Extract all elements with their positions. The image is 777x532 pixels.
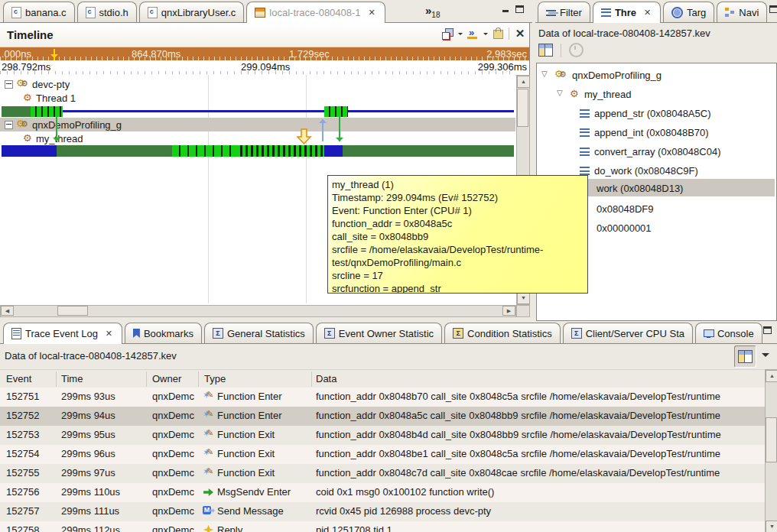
table-row-selected[interactable]: 152752 299ms 94us qnxDemc Function Enter…: [0, 407, 765, 426]
scroll-up-icon[interactable]: [766, 370, 777, 382]
ruler-tick-label: 864.870ms: [132, 48, 180, 60]
function-icon: [580, 148, 590, 156]
tree-item-function[interactable]: append_str (0x08048A5C): [580, 106, 711, 120]
tree-item-function[interactable]: append_int (0x08048B70): [580, 125, 709, 139]
timeline-row-thread-1[interactable]: Thread 1: [23, 92, 76, 104]
scroll-right-icon[interactable]: [502, 306, 515, 316]
scrollbar-thumb[interactable]: [517, 89, 528, 127]
tab-navigator[interactable]: Navi: [717, 2, 767, 22]
console-icon: [704, 329, 714, 338]
minimize-icon[interactable]: [502, 5, 510, 13]
tree-item-label: append_str (0x08048A5C): [594, 108, 711, 119]
maximize-icon[interactable]: [763, 326, 772, 334]
close-tab-icon[interactable]: [104, 329, 114, 339]
scroll-down-icon[interactable]: [766, 521, 777, 532]
find-events-icon[interactable]: [467, 28, 479, 39]
maximize-icon[interactable]: [769, 5, 777, 13]
bar-segment-events: [324, 106, 348, 117]
tab-target[interactable]: Targ: [663, 2, 714, 22]
tab-event-owner-statistic[interactable]: Event Owner Statistic: [316, 323, 442, 343]
scrollbar-thumb[interactable]: [766, 417, 777, 462]
maximize-icon[interactable]: [515, 5, 524, 13]
tab-thread[interactable]: Thre: [593, 2, 661, 23]
hidden-tabs-chevron[interactable]: 18: [425, 4, 440, 19]
data-source-label: Data of local-trace-080408-142857.kev: [5, 350, 177, 362]
trace-bar-my-thread[interactable]: [0, 145, 515, 157]
tree-item-label: 0x00000001: [597, 222, 652, 234]
cell-type: Function Exit: [217, 467, 275, 478]
tab-condition-statistics[interactable]: Condition Statistics: [444, 323, 561, 343]
tab-stdio-h[interactable]: stdio.h: [77, 2, 137, 22]
tab-label: qnxLibraryUser.c: [161, 7, 236, 18]
column-resizer[interactable]: [311, 371, 312, 387]
column-header[interactable]: Event: [6, 373, 31, 384]
dropdown-arrow-icon[interactable]: [483, 33, 488, 37]
tree-item-address[interactable]: 0x08048DF9: [597, 202, 653, 216]
table-row[interactable]: 152756 299ms 110us qnxDemc MsgSendv Ente…: [0, 483, 765, 502]
tab-label: local-trace-080408-1: [269, 7, 360, 18]
scroll-down-icon[interactable]: [517, 292, 530, 304]
bar-segment-running: [57, 145, 172, 157]
cell-time: 299ms 96us: [61, 448, 144, 459]
trace-bar-thread-1[interactable]: [0, 106, 515, 117]
column-header[interactable]: Owner: [152, 373, 181, 384]
table-view-toggle-button[interactable]: [734, 345, 756, 368]
close-tab-icon[interactable]: [642, 8, 652, 18]
pane-layout-icon[interactable]: [442, 28, 454, 39]
dropdown-arrow-icon[interactable]: [458, 33, 463, 37]
tree-item-function[interactable]: do_work (0x08048C9F): [580, 164, 698, 177]
msg-send-icon: [203, 487, 215, 497]
thread-label: Thread 1: [36, 92, 76, 104]
show-table-icon[interactable]: [538, 44, 553, 57]
collapse-icon[interactable]: [5, 80, 13, 89]
tree-item-function[interactable]: convert_array (0x08048C04): [580, 144, 720, 158]
column-resizer[interactable]: [198, 371, 199, 387]
tab-banana-c[interactable]: banana.c: [3, 2, 75, 22]
view-menu-dropdown-icon[interactable]: [762, 353, 769, 361]
column-header[interactable]: Type: [204, 373, 226, 384]
tab-general-statistics[interactable]: General Statistics: [204, 323, 314, 343]
tab-bookmarks[interactable]: Bookmarks: [125, 323, 202, 343]
scroll-left-icon[interactable]: [1, 306, 14, 316]
table-row[interactable]: 152751 299ms 93us qnxDemc Function Enter…: [0, 388, 765, 407]
timeline-row-qnxdemoprofiling[interactable]: qnxDemoProfiling_g: [5, 118, 122, 131]
tab-filter[interactable]: Filter: [538, 2, 590, 22]
column-header[interactable]: Data: [316, 373, 336, 384]
toolbar-separator: [561, 44, 561, 57]
timeline-ruler-zoomed[interactable]: 298.792ms 299.094ms 299.306ms: [0, 60, 529, 76]
table-row[interactable]: 152755 299ms 97us qnxDemc Function Exit …: [0, 464, 765, 483]
table-row[interactable]: 152753 299ms 95us qnxDemc Function Exit …: [0, 426, 765, 445]
tree-item-address[interactable]: 0x00000001: [597, 221, 652, 235]
timeline-ruler-absolute[interactable]: .000ns 864.870ms 1.729sec 2.983sec: [0, 47, 529, 60]
expander-icon[interactable]: [557, 90, 565, 99]
close-view-icon[interactable]: [514, 27, 526, 41]
tooltip-line: call_site = 0x8048bb9: [332, 230, 584, 243]
close-tab-icon[interactable]: [367, 8, 377, 18]
horizontal-scrollbar[interactable]: [0, 305, 516, 317]
column-resizer[interactable]: [56, 371, 57, 387]
tree-item-function-selected[interactable]: work (0x08048D13): [597, 181, 683, 195]
table-row[interactable]: 152754 299ms 96us qnxDemc Function Exit …: [0, 445, 765, 464]
scroll-up-icon[interactable]: [517, 76, 530, 88]
tree-item-process[interactable]: qnxDemoProfiling_g: [541, 68, 662, 82]
scrollbar-thumb[interactable]: [57, 306, 88, 316]
tab-trace-event-log[interactable]: Trace Event Log: [3, 323, 122, 344]
table-row[interactable]: 152757 299ms 111us qnxDemc Send Message …: [0, 502, 765, 521]
tab-client-server-cpu[interactable]: Client/Server CPU Sta: [563, 323, 693, 343]
time-statistics-icon-disabled: [569, 43, 584, 57]
column-resizer[interactable]: [146, 371, 147, 387]
collapse-icon[interactable]: [5, 121, 13, 129]
target-icon: [671, 7, 683, 18]
table-row[interactable]: 152758 299ms 112us qnxDemc Reply pid 125…: [0, 521, 765, 532]
tab-console[interactable]: Console: [695, 323, 762, 343]
expander-icon[interactable]: [541, 71, 550, 79]
table-vertical-scrollbar[interactable]: [765, 369, 777, 532]
lock-table-icon[interactable]: [493, 28, 504, 39]
cursor-marker-icon[interactable]: [54, 49, 55, 60]
tab-qnxlibraryuser-c[interactable]: qnxLibraryUser.c: [139, 2, 245, 22]
column-header[interactable]: Time: [61, 373, 83, 384]
cell-owner: qnxDemc: [152, 505, 197, 517]
tab-local-trace[interactable]: local-trace-080408-1: [246, 2, 385, 23]
timeline-row-devc-pty[interactable]: devc-pty: [5, 78, 70, 90]
tree-item-thread[interactable]: my_thread: [557, 87, 631, 101]
